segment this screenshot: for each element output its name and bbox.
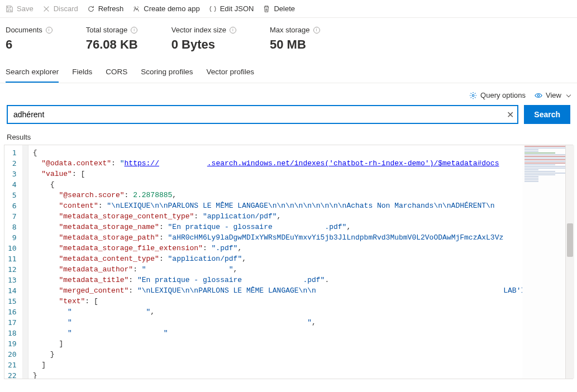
vector-index-size-label: Vector index size (171, 26, 226, 34)
json-key: text (63, 297, 80, 305)
search-wrap: ✕ (7, 105, 518, 124)
json-key: metadata_storage_path (63, 233, 155, 242)
query-options-label: Query options (480, 91, 526, 99)
create-demo-button[interactable]: Create demo app (132, 4, 199, 13)
json-number: 2.2878885 (133, 191, 172, 199)
results-label: Results (0, 132, 577, 145)
stat-max-storage: Max storagei 50 MB (270, 26, 320, 52)
documents-label: Documents (6, 26, 42, 34)
json-key: merged_content (63, 286, 124, 295)
info-icon[interactable]: i (313, 27, 320, 34)
save-icon (6, 5, 13, 13)
json-string: En pratique - glossaire .pdf (172, 223, 342, 231)
stat-total-storage: Total storagei 76.08 KB (86, 26, 138, 52)
fold-gutter (23, 145, 28, 379)
query-row: Query options View (0, 83, 577, 105)
json-key: @odata.context (46, 159, 107, 168)
json-key: metadata_storage_file_extension (63, 244, 198, 252)
delete-label: Delete (274, 4, 295, 13)
tab-vector-profiles[interactable]: Vector profiles (206, 62, 254, 83)
discard-icon (42, 5, 50, 13)
code-area[interactable]: { "@odata.context": "https:// .search.wi… (28, 145, 522, 379)
chevron-down-icon (566, 92, 571, 97)
stat-vector-index-size: Vector index sizei 0 Bytes (171, 26, 236, 52)
json-string: \nLEXIQUE\n\nPARLONS LE MÊME LANGAGE\n\n… (111, 202, 495, 210)
json-string (72, 329, 164, 337)
discard-label: Discard (54, 4, 78, 13)
json-key: value (46, 170, 68, 178)
gear-icon (469, 92, 477, 99)
max-storage-value: 50 MB (270, 37, 320, 52)
refresh-label: Refresh (98, 4, 124, 13)
save-button[interactable]: Save (6, 4, 34, 13)
line-gutter: 12345678910111213141516171819202122 (4, 145, 23, 379)
edit-json-label: Edit JSON (220, 4, 254, 13)
toolbar: Save Discard Refresh Create demo app Edi… (0, 0, 577, 18)
json-string: application/pdf (172, 255, 237, 263)
json-key: content (63, 202, 94, 210)
info-icon[interactable]: i (46, 27, 53, 34)
json-key: metadata_storage_name (63, 223, 155, 231)
json-string: \nLEXIQUE\n\nPARLONS LE MÊME LANGAGE\n\n… (142, 286, 522, 295)
json-string: .pdf (216, 244, 233, 252)
stat-documents: Documentsi 6 (6, 26, 53, 52)
create-demo-icon (132, 5, 140, 13)
json-link[interactable]: https:// (125, 159, 159, 168)
total-storage-value: 76.08 KB (86, 37, 138, 52)
json-string: En pratique - glossaire .pdf (142, 276, 321, 284)
view-label: View (546, 91, 561, 99)
vector-index-size-value: 0 Bytes (171, 37, 236, 52)
json-string: aHR0cHM6Ly9laDgwMDIxYWRsMDEuYmxvYi5jb3Jl… (172, 233, 503, 242)
results-editor: 12345678910111213141516171819202122 { "@… (4, 145, 573, 379)
max-storage-label: Max storage (270, 26, 310, 34)
svg-point-0 (472, 94, 474, 97)
stats-bar: Documentsi 6 Total storagei 76.08 KB Vec… (0, 18, 577, 62)
discard-button[interactable]: Discard (42, 4, 78, 13)
total-storage-label: Total storage (86, 26, 127, 34)
json-key: metadata_content_type (63, 255, 155, 263)
clear-input-button[interactable]: ✕ (507, 109, 514, 120)
create-demo-label: Create demo app (144, 4, 199, 13)
json-link[interactable]: .search.windows.net/indexes('chatbot-rh-… (207, 159, 499, 168)
json-string (72, 308, 146, 316)
info-icon[interactable]: i (230, 27, 236, 34)
scrollbar[interactable] (565, 145, 574, 379)
delete-button[interactable]: Delete (263, 4, 295, 13)
tab-search-explorer[interactable]: Search explorer (6, 62, 59, 83)
tab-fields[interactable]: Fields (72, 62, 92, 83)
documents-value: 6 (6, 37, 53, 52)
refresh-icon (87, 5, 95, 13)
info-icon[interactable]: i (131, 27, 137, 34)
svg-point-1 (537, 94, 540, 97)
tabs: Search explorer Fields CORS Scoring prof… (0, 62, 577, 83)
edit-json-icon (209, 5, 217, 13)
json-string (146, 265, 229, 274)
search-input[interactable] (7, 105, 518, 124)
search-row: ✕ Search (0, 105, 577, 132)
scrollbar-thumb[interactable] (567, 223, 573, 257)
edit-json-button[interactable]: Edit JSON (209, 4, 254, 13)
eye-icon (535, 92, 542, 99)
delete-icon (263, 5, 270, 13)
json-key: metadata_title (63, 276, 124, 284)
json-key: @search.score (63, 191, 120, 199)
json-key: metadata_author (63, 265, 128, 274)
refresh-button[interactable]: Refresh (87, 4, 124, 13)
tab-cors[interactable]: CORS (106, 62, 127, 83)
json-key: metadata_storage_content_type (63, 212, 189, 221)
query-options-button[interactable]: Query options (469, 91, 526, 99)
view-button[interactable]: View (535, 91, 570, 99)
json-string: application/pdf (207, 212, 273, 221)
tab-scoring-profiles[interactable]: Scoring profiles (141, 62, 193, 83)
save-label: Save (17, 4, 34, 13)
json-string (72, 318, 307, 327)
search-button[interactable]: Search (524, 105, 570, 124)
